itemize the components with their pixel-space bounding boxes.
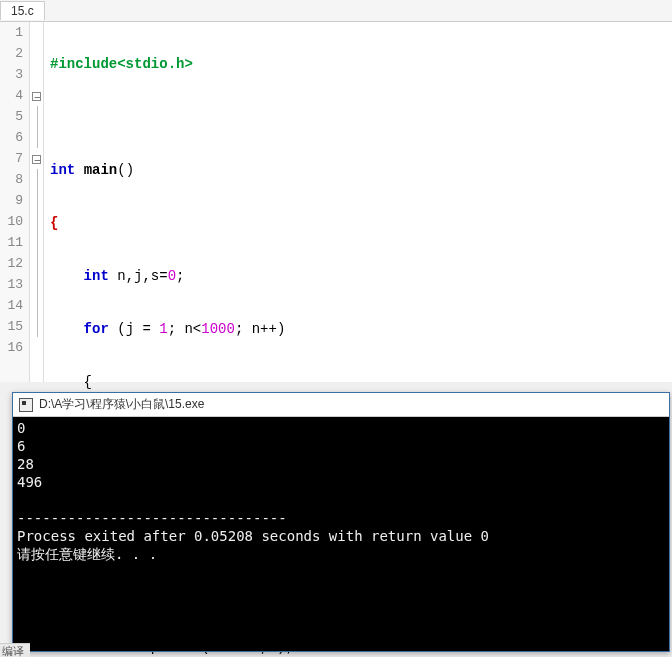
fold-toggle-icon[interactable]	[32, 155, 41, 164]
fold-column	[30, 22, 44, 382]
console-titlebar[interactable]: D:\A学习\程序猿\小白鼠\15.exe	[13, 393, 669, 417]
line-number-gutter: 1 2 3 4 5 6 7 8 9 10 11 12 13 14 15 16	[0, 22, 30, 382]
code-editor: 1 2 3 4 5 6 7 8 9 10 11 12 13 14 15 16 #…	[0, 22, 672, 382]
line-number: 6	[0, 127, 23, 148]
line-number: 9	[0, 190, 23, 211]
line-number: 16	[0, 337, 23, 358]
line-number: 2	[0, 43, 23, 64]
code-area[interactable]: #include<stdio.h> int main() { int n,j,s…	[44, 22, 672, 382]
line-number: 3	[0, 64, 23, 85]
line-number: 7	[0, 148, 23, 169]
line-number: 14	[0, 295, 23, 316]
status-strip: 编译	[0, 643, 30, 657]
line-number: 10	[0, 211, 23, 232]
console-title-text: D:\A学习\程序猿\小白鼠\15.exe	[39, 396, 204, 413]
line-number: 8	[0, 169, 23, 190]
console-output[interactable]: 0 6 28 496 -----------------------------…	[13, 417, 669, 565]
line-number: 4	[0, 85, 23, 106]
tab-bar: 15.c	[0, 0, 672, 22]
line-number: 1	[0, 22, 23, 43]
line-number: 11	[0, 232, 23, 253]
console-window: D:\A学习\程序猿\小白鼠\15.exe 0 6 28 496 -------…	[12, 392, 670, 652]
file-tab[interactable]: 15.c	[0, 1, 45, 20]
line-number: 13	[0, 274, 23, 295]
console-icon	[19, 398, 33, 412]
line-number: 12	[0, 253, 23, 274]
line-number: 5	[0, 106, 23, 127]
line-number: 15	[0, 316, 23, 337]
fold-toggle-icon[interactable]	[32, 92, 41, 101]
